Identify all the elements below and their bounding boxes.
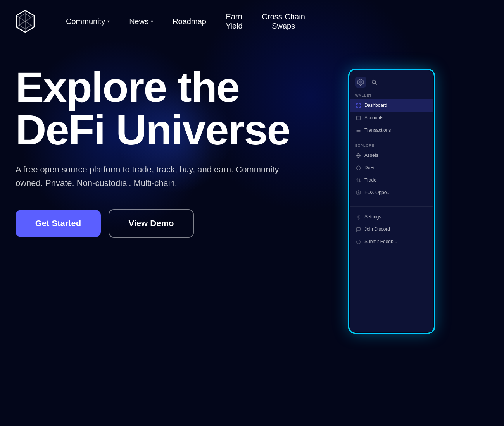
hero-subtitle: A free open source platform to trade, tr… — [16, 163, 287, 190]
hero-content: Explore the DeFi Universe A free open so… — [16, 66, 349, 238]
dashboard-icon — [355, 102, 361, 108]
app-menu-defi[interactable]: DeFi — [350, 161, 433, 174]
nav-item-earn-yield[interactable]: EarnYield — [218, 8, 250, 34]
transactions-icon — [355, 127, 361, 133]
svg-rect-13 — [359, 106, 360, 107]
settings-label: Settings — [364, 214, 381, 220]
app-section-wallet-label: WALLET — [350, 91, 433, 99]
settings-icon — [355, 214, 361, 220]
hero-title: Explore the DeFi Universe — [16, 66, 349, 151]
app-menu-submit-feedback[interactable]: Submit Feedb... — [350, 235, 433, 248]
app-topbar — [350, 75, 433, 91]
app-divider-1 — [350, 139, 433, 139]
accounts-icon — [355, 115, 361, 121]
app-menu-assets[interactable]: Assets — [350, 149, 433, 161]
navbar: Community ▾ News ▾ Roadmap EarnYield Cro… — [0, 0, 504, 43]
hero-buttons: Get Started View Demo — [16, 209, 349, 238]
submit-feedback-label: Submit Feedb... — [364, 239, 397, 244]
app-section-explore-label: EXPLORE — [350, 141, 433, 149]
trade-label: Trade — [364, 177, 376, 183]
community-chevron-icon: ▾ — [107, 19, 110, 24]
transactions-label: Transactions — [364, 127, 391, 133]
logo-icon — [16, 10, 35, 33]
app-menu-trade[interactable]: Trade — [350, 174, 433, 186]
nav-links: Community ▾ News ▾ Roadmap EarnYield Cro… — [58, 8, 488, 34]
hero-section: Explore the DeFi Universe A free open so… — [0, 43, 504, 391]
logo[interactable] — [16, 10, 35, 33]
nav-item-crosschain-swaps[interactable]: Cross-ChainSwaps — [254, 8, 313, 34]
app-fox-icon — [355, 77, 366, 88]
nav-item-community[interactable]: Community ▾ — [58, 13, 117, 30]
defi-icon — [355, 165, 361, 171]
fox-oppo-label: FOX Oppo... — [364, 190, 390, 195]
discord-icon — [355, 226, 361, 232]
accounts-label: Accounts — [364, 115, 383, 120]
dashboard-label: Dashboard — [364, 103, 387, 108]
assets-label: Assets — [364, 153, 378, 158]
svg-rect-14 — [356, 106, 358, 107]
app-menu-fox-opportunities[interactable]: FOX Oppo... — [350, 186, 433, 199]
svg-rect-12 — [359, 103, 360, 105]
join-discord-label: Join Discord — [364, 227, 390, 232]
feedback-icon — [355, 239, 361, 245]
svg-rect-11 — [356, 103, 358, 105]
news-chevron-icon: ▾ — [151, 19, 153, 24]
svg-marker-21 — [356, 166, 361, 170]
app-menu-settings[interactable]: Settings — [350, 211, 433, 223]
app-preview: WALLET Dashboard — [349, 70, 434, 333]
app-divider-2 — [350, 206, 433, 207]
app-preview-inner: WALLET Dashboard — [350, 70, 433, 332]
app-menu-dashboard[interactable]: Dashboard — [350, 99, 433, 112]
svg-point-27 — [356, 240, 360, 244]
assets-icon — [355, 152, 361, 158]
app-preview-wrapper: WALLET Dashboard — [349, 66, 434, 329]
nav-item-roadmap[interactable]: Roadmap — [165, 13, 214, 30]
app-menu-join-discord[interactable]: Join Discord — [350, 223, 433, 235]
app-menu-accounts[interactable]: Accounts — [350, 112, 433, 124]
svg-point-26 — [357, 216, 359, 217]
trade-icon — [355, 177, 361, 183]
app-menu-transactions[interactable]: Transactions — [350, 124, 433, 136]
app-search-icon[interactable] — [370, 78, 378, 86]
svg-rect-15 — [356, 116, 360, 120]
get-started-button[interactable]: Get Started — [16, 210, 101, 237]
fox-oppo-icon — [355, 189, 361, 196]
svg-point-9 — [372, 80, 376, 84]
view-demo-button[interactable]: View Demo — [109, 209, 194, 238]
nav-item-news[interactable]: News ▾ — [121, 13, 161, 30]
svg-line-10 — [375, 83, 377, 85]
defi-label: DeFi — [364, 165, 374, 170]
